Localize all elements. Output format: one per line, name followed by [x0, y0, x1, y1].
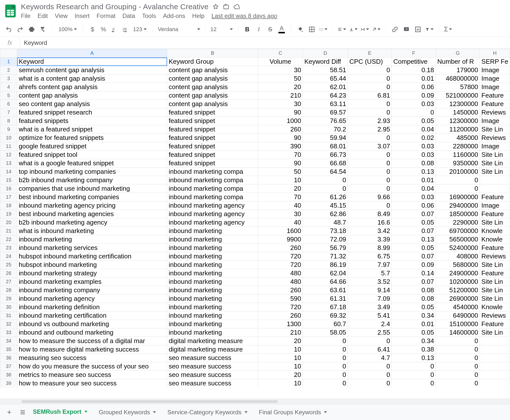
caret-down-icon[interactable] [84, 411, 87, 413]
cell[interactable]: 210 [258, 328, 303, 337]
cell[interactable]: 9900 [258, 235, 303, 244]
cell[interactable]: 20100000 [436, 168, 480, 176]
row-header[interactable]: 24 [0, 252, 17, 261]
table-row[interactable]: 20b2b inbound marketing agencyinbound ma… [0, 218, 510, 227]
sheet-tab[interactable]: Final Groups Keywords [258, 405, 328, 419]
document-title[interactable]: Keywords Research and Grouping - Avalanc… [21, 2, 208, 11]
link-icon[interactable] [391, 25, 399, 34]
chart-icon[interactable] [414, 25, 422, 34]
v-align-button[interactable] [349, 25, 358, 34]
cell[interactable]: 40 [258, 218, 303, 227]
all-sheets-icon[interactable] [18, 408, 27, 417]
cell[interactable]: 1300 [258, 320, 303, 328]
caret-down-icon[interactable] [153, 411, 156, 413]
table-row[interactable]: 30inbound marketing definitioninbound ma… [0, 303, 510, 311]
cell[interactable]: Image [480, 66, 510, 74]
cell[interactable]: 2.93 [348, 117, 392, 125]
cloud-status-icon[interactable] [233, 3, 240, 10]
cell[interactable]: measuring seo success [17, 354, 167, 362]
cell[interactable]: seo content gap analysis [17, 100, 167, 108]
cell[interactable]: Feature [480, 269, 510, 278]
row-header[interactable]: 9 [0, 125, 17, 134]
cell[interactable]: 0.09 [392, 91, 436, 100]
cell[interactable]: 50 [258, 168, 303, 176]
cell[interactable]: 0.18 [392, 66, 436, 74]
functions-button[interactable]: Σ [444, 25, 452, 34]
cell[interactable]: 69.32 [303, 311, 348, 320]
cell[interactable]: Image [480, 201, 510, 210]
cell[interactable]: 210 [258, 91, 303, 100]
cell[interactable]: 72.09 [303, 235, 348, 244]
cell[interactable]: Knowle [480, 235, 510, 244]
cell[interactable]: inbound marketing strategy [17, 269, 167, 278]
cell[interactable]: 0.05 [392, 328, 436, 337]
col-header-C[interactable]: C [258, 49, 303, 58]
row-header[interactable]: 16 [0, 184, 17, 193]
cell[interactable]: featured snippet [167, 151, 258, 159]
row-header[interactable]: 12 [0, 151, 17, 159]
cell[interactable]: what is a content gap analysis [17, 74, 167, 83]
cell[interactable]: content gap analysis [167, 83, 258, 91]
cell[interactable]: 3.52 [348, 278, 392, 286]
cell[interactable]: 29400000 [436, 201, 480, 210]
cell[interactable]: 3.42 [348, 227, 392, 235]
row-header[interactable]: 37 [0, 362, 17, 371]
cell[interactable]: how do you measure the success of your s… [17, 362, 167, 371]
cell[interactable]: inbound marketing examples [17, 278, 167, 286]
cell[interactable]: content gap analysis [167, 100, 258, 108]
table-row[interactable]: 5content gap analysiscontent gap analysi… [0, 91, 510, 100]
table-row[interactable]: 9what is a featured snippetfeatured snip… [0, 125, 510, 134]
cell[interactable]: 63.11 [303, 100, 348, 108]
cell[interactable]: inbound marketing [167, 311, 258, 320]
menu-edit[interactable]: Edit [38, 12, 48, 19]
cell[interactable]: 10 [258, 379, 303, 388]
cell[interactable]: inbound marketing compa [167, 193, 258, 201]
cell[interactable]: 468000000 [436, 74, 480, 83]
cell[interactable]: hubspot inbound marketing certification [17, 252, 167, 261]
cell[interactable]: 52400000 [436, 244, 480, 252]
row-header[interactable]: 27 [0, 278, 17, 286]
cell[interactable]: what is a featured snippet [17, 125, 167, 134]
cell[interactable]: inbound marketing [167, 295, 258, 303]
zoom-select[interactable]: 100% [58, 26, 78, 33]
redo-icon[interactable] [16, 25, 24, 34]
cell[interactable]: inbound marketing [167, 227, 258, 235]
cell[interactable]: 0 [436, 371, 480, 379]
cell[interactable]: seo measure success [167, 362, 258, 371]
table-row[interactable]: 39how to measure your seo successseo mea… [0, 379, 510, 388]
table-row[interactable]: 35how to measure digital marketing succe… [0, 345, 510, 354]
cell[interactable]: 0.08 [392, 286, 436, 295]
cell[interactable]: 0.02 [392, 134, 436, 142]
table-row[interactable]: 3what is a content gap analysiscontent g… [0, 74, 510, 83]
table-row[interactable]: 12featured snippet toolfeatured snippet7… [0, 151, 510, 159]
caret-down-icon[interactable] [245, 411, 248, 413]
cell[interactable]: 0 [348, 134, 392, 142]
cell[interactable]: 10 [258, 354, 303, 362]
cell[interactable]: inbound marketing compa [167, 184, 258, 193]
cell[interactable]: 0.08 [392, 159, 436, 168]
cell[interactable]: 720 [258, 303, 303, 311]
cell[interactable]: 64.54 [303, 168, 348, 176]
cell[interactable]: 40 [258, 201, 303, 210]
cell[interactable]: 0 [348, 184, 392, 193]
table-row[interactable]: 16companies that use inbound marketingin… [0, 184, 510, 193]
cell[interactable]: inbound marketing agency [167, 210, 258, 218]
cell[interactable]: 0 [303, 345, 348, 354]
cell[interactable]: inbound vs outbound marketing [17, 320, 167, 328]
row-header[interactable]: 7 [0, 108, 17, 117]
scrollbar-thumb[interactable] [21, 400, 278, 403]
cell[interactable]: Site Lin [480, 286, 510, 295]
cell[interactable]: 260 [258, 244, 303, 252]
row-header[interactable]: 29 [0, 295, 17, 303]
cell[interactable]: 66.73 [303, 151, 348, 159]
col-header-H[interactable]: H [480, 49, 510, 58]
percent-button[interactable]: % [99, 25, 108, 34]
cell[interactable]: ahrefs content gap analysis [17, 83, 167, 91]
sheet-tab[interactable]: Service-Category Keywords [166, 405, 248, 419]
cell[interactable]: 2.95 [348, 125, 392, 134]
row-header[interactable]: 10 [0, 134, 17, 142]
cell[interactable]: 0 [348, 100, 392, 108]
cell[interactable]: 6.41 [348, 345, 392, 354]
cell[interactable]: 90 [258, 108, 303, 117]
cell[interactable] [480, 184, 510, 193]
